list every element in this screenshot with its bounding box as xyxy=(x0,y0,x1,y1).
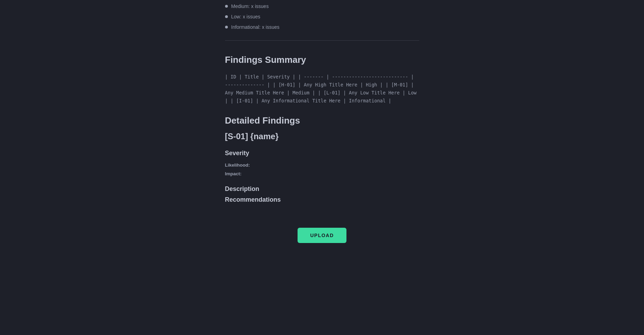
recommendations-heading: Recommendations xyxy=(225,196,419,203)
upload-btn-container: UPLOAD xyxy=(0,228,644,243)
likelihood-field: Likelihood: xyxy=(225,162,419,168)
section-divider xyxy=(225,40,419,41)
medium-issues-label: Medium: x issues xyxy=(231,3,269,9)
bullet-dot-low xyxy=(225,15,228,18)
description-heading: Description xyxy=(225,185,419,193)
severity-heading: Severity xyxy=(225,150,419,157)
low-issues-label: Low: x issues xyxy=(231,14,260,19)
finding-id-title: [S-01] {name} xyxy=(225,132,419,141)
page-container: Medium: x issues Low: x issues Informati… xyxy=(0,0,644,335)
bullet-dot-informational xyxy=(225,26,228,28)
list-item-low: Low: x issues xyxy=(225,14,419,19)
list-item-medium: Medium: x issues xyxy=(225,3,419,9)
content-area: Medium: x issues Low: x issues Informati… xyxy=(225,0,419,207)
upload-button[interactable]: UPLOAD xyxy=(298,228,346,243)
impact-field: Impact: xyxy=(225,171,419,176)
issue-count-list: Medium: x issues Low: x issues Informati… xyxy=(225,3,419,30)
list-item-informational: Informational: x issues xyxy=(225,24,419,30)
bullet-dot-medium xyxy=(225,5,228,8)
detailed-findings-title: Detailed Findings xyxy=(225,115,419,126)
informational-issues-label: Informational: x issues xyxy=(231,24,280,30)
findings-table-text: | ID | Title | Severity | | ------- | --… xyxy=(225,73,419,105)
findings-summary-title: Findings Summary xyxy=(225,55,419,65)
